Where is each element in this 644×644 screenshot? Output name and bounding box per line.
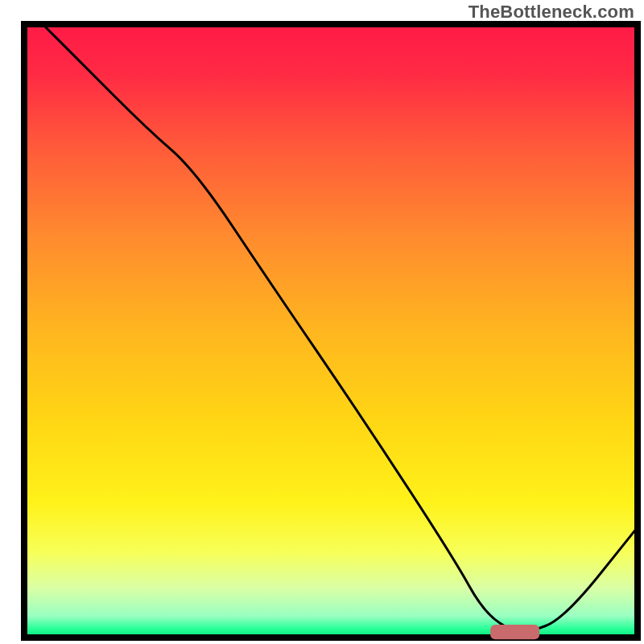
bottleneck-chart (0, 0, 644, 644)
gradient-fill-area (24, 24, 638, 638)
optimal-range-marker (490, 625, 539, 639)
chart-container: TheBottleneck.com (0, 0, 644, 644)
watermark-text: TheBottleneck.com (469, 2, 634, 23)
